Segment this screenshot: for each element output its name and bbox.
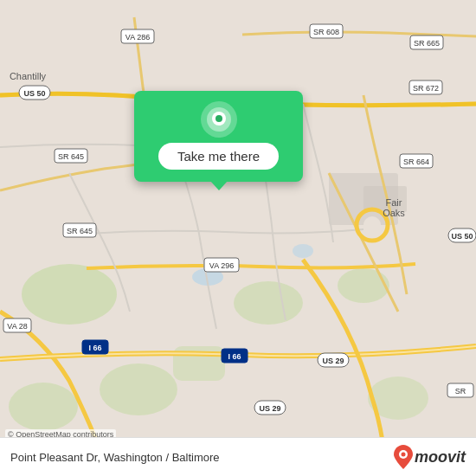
svg-text:VA 28: VA 28 <box>7 322 27 331</box>
svg-text:US 29: US 29 <box>322 357 344 365</box>
svg-text:I 66: I 66 <box>228 352 241 361</box>
location-pin-icon <box>201 101 237 138</box>
moovit-logo: moovit <box>394 445 466 469</box>
take-me-there-button[interactable]: Take me there <box>158 143 279 170</box>
svg-text:SR 645: SR 645 <box>67 227 93 235</box>
bottom-bar: Point Pleasant Dr, Washington / Baltimor… <box>0 437 476 476</box>
svg-point-12 <box>363 216 381 234</box>
svg-text:US 50: US 50 <box>23 89 45 98</box>
svg-text:SR 664: SR 664 <box>403 158 429 166</box>
svg-text:SR 665: SR 665 <box>414 39 440 48</box>
svg-point-0 <box>22 264 117 325</box>
svg-text:Fair: Fair <box>386 197 402 208</box>
svg-text:Oaks: Oaks <box>383 208 405 218</box>
svg-point-1 <box>234 281 303 325</box>
svg-text:I 66: I 66 <box>88 344 101 352</box>
location-label: Point Pleasant Dr, Washington / Baltimor… <box>10 451 220 464</box>
svg-text:SR 645: SR 645 <box>58 152 84 161</box>
svg-text:SR: SR <box>455 387 466 396</box>
svg-text:VA 296: VA 296 <box>209 261 234 270</box>
svg-point-53 <box>401 453 405 457</box>
svg-text:VA 286: VA 286 <box>125 33 150 42</box>
svg-point-2 <box>338 268 389 303</box>
tooltip-card: Take me there <box>134 91 303 182</box>
map-svg: VA 286 SR 608 SR 665 US 50 SR 672 SR 645… <box>0 0 476 476</box>
moovit-brand-text: moovit <box>415 448 466 466</box>
svg-text:Chantilly: Chantilly <box>10 71 47 81</box>
map-container: VA 286 SR 608 SR 665 US 50 SR 672 SR 645… <box>0 0 476 476</box>
svg-point-3 <box>100 363 177 415</box>
svg-text:US 29: US 29 <box>259 404 280 413</box>
svg-point-8 <box>293 244 313 258</box>
svg-point-51 <box>215 115 222 122</box>
svg-text:SR 672: SR 672 <box>413 84 439 93</box>
svg-text:SR 608: SR 608 <box>313 28 339 36</box>
svg-text:US 50: US 50 <box>451 232 473 241</box>
moovit-pin-icon <box>394 445 413 469</box>
svg-point-5 <box>9 383 78 431</box>
